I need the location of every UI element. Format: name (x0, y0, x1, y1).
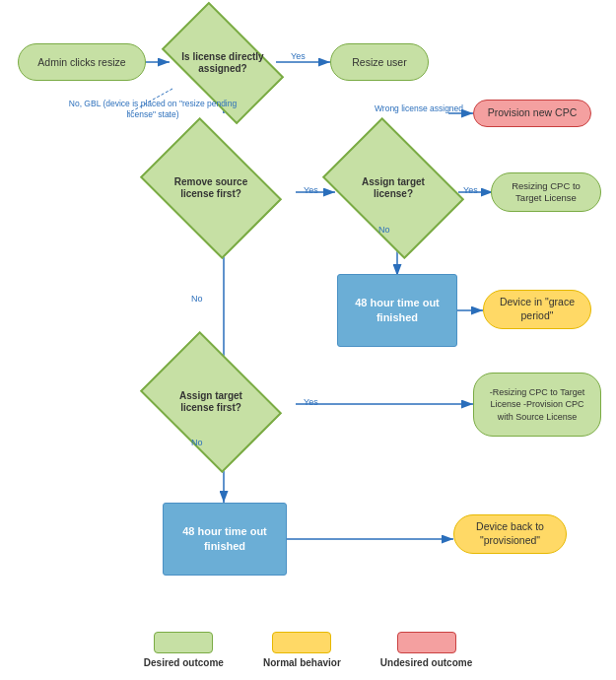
no-label-assign-1: No (378, 225, 390, 235)
no-gbl-note: No, GBL (device is placed on "resize pen… (54, 99, 251, 120)
assign-target-1-label: Assign targetlicense? (358, 172, 429, 205)
yes-label-assign-2: Yes (304, 397, 318, 407)
admin-clicks-node: Admin clicks resize (18, 43, 146, 81)
yes-label-top: Yes (291, 51, 306, 61)
remove-source-diamond: Remove sourcelicense first? (153, 146, 269, 231)
legend-desired-label: Desired outcome (144, 657, 224, 668)
license-directly-label: Is license directly assigned? (170, 47, 276, 80)
legend-desired-box (154, 632, 213, 653)
legend-undesired-label: Undesired outcome (380, 657, 472, 668)
provision-new-node: Provision new CPC (473, 100, 591, 127)
wrong-license-note: Wrong license assigned (365, 103, 473, 114)
legend-desired: Desired outcome (144, 632, 224, 668)
legend-normal: Normal behavior (263, 632, 341, 668)
assign-target-1-diamond: Assign targetlicense? (335, 146, 451, 231)
yes-label-right: Yes (463, 185, 478, 195)
remove-source-label: Remove sourcelicense first? (171, 172, 251, 205)
diagram: Admin clicks resize Is license directly … (0, 0, 616, 680)
legend: Desired outcome Normal behavior Undesire… (0, 632, 616, 668)
no-label-assign-2: No (191, 438, 203, 447)
resize-user-node: Resize user (330, 43, 429, 81)
resizing-cpc-1-node: Resizing CPC to Target License (491, 172, 601, 212)
legend-undesired: Undesired outcome (380, 632, 472, 668)
grace-period-node: Device in "grace period" (483, 290, 591, 329)
legend-normal-label: Normal behavior (263, 657, 341, 668)
device-provisioned-node: Device back to "provisioned" (453, 514, 567, 554)
yes-label-mid: Yes (304, 185, 318, 195)
license-directly-diamond: Is license directly assigned? (170, 30, 276, 97)
legend-normal-box (272, 632, 331, 653)
assign-target-2-diamond: Assign targetlicense first? (153, 360, 269, 444)
assign-target-2-label: Assign targetlicense first? (175, 386, 246, 419)
48hour-top-node: 48 hour time out finished (337, 274, 457, 347)
no-label-remove: No (191, 294, 203, 304)
resizing-provision-node: -Resizing CPC to Target License -Provisi… (473, 373, 601, 437)
48hour-bottom-node: 48 hour time out finished (163, 503, 287, 576)
legend-undesired-box (397, 632, 456, 653)
